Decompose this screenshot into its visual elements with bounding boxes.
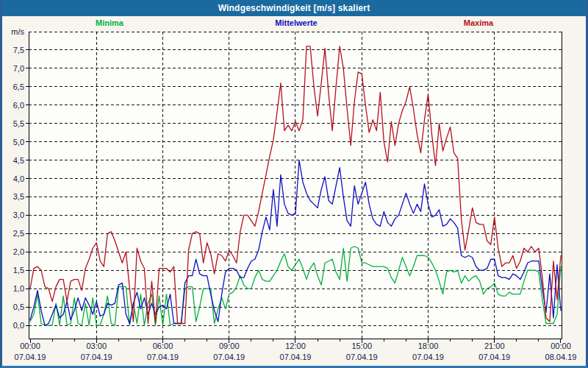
y-tick-label: 4,5	[13, 156, 24, 165]
app-window: Windgeschwindigkeit [m/s] skaliert Minim…	[0, 0, 588, 368]
plot-area	[29, 32, 562, 339]
y-tick-label: 5,0	[13, 138, 24, 146]
x-tick-date-label: 07.04.19	[412, 353, 444, 361]
y-tick-label: 3,5	[13, 192, 24, 201]
wind-speed-chart: 0,00,51,01,52,02,53,03,54,04,55,05,56,06…	[0, 0, 588, 368]
y-tick-label: 3,0	[13, 210, 24, 219]
x-tick-time-label: 09:00	[219, 342, 240, 350]
y-axis-unit-label: m/s	[11, 27, 24, 36]
x-tick-date-label: 07.04.19	[81, 353, 112, 361]
x-tick-time-label: 03:00	[86, 342, 107, 350]
y-tick-label: 6,0	[13, 101, 24, 110]
x-tick-time-label: 06:00	[153, 342, 173, 350]
x-tick-date-label: 07.04.19	[346, 353, 378, 361]
y-tick-label: 5,5	[13, 119, 24, 128]
y-tick-label: 7,0	[13, 64, 24, 73]
y-tick-label: 2,5	[13, 229, 24, 238]
y-tick-label: 0,0	[13, 321, 24, 330]
y-tick-label: 7,5	[13, 46, 24, 54]
x-tick-time-label: 00:00	[551, 342, 571, 350]
x-tick-time-label: 18:00	[418, 342, 439, 350]
x-tick-date-label: 07.04.19	[478, 353, 510, 361]
y-tick-label: 1,0	[13, 284, 24, 293]
y-tick-label: 6,5	[13, 82, 24, 91]
y-tick-label: 1,5	[13, 266, 24, 275]
x-tick-date-label: 07.04.19	[213, 353, 245, 361]
y-tick-label: 2,0	[13, 247, 24, 256]
x-tick-time-label: 15:00	[351, 342, 372, 350]
x-tick-date-label: 07.04.19	[280, 353, 312, 361]
x-tick-date-label: 07.04.19	[15, 353, 46, 361]
x-tick-time-label: 00:00	[20, 342, 40, 350]
x-tick-date-label: 07.04.19	[147, 353, 179, 361]
y-tick-label: 0,5	[13, 302, 24, 311]
x-tick-date-label: 08.04.19	[545, 353, 577, 361]
y-tick-label: 4,0	[13, 174, 24, 183]
x-tick-time-label: 12:00	[285, 342, 306, 350]
x-tick-time-label: 21:00	[484, 342, 505, 350]
